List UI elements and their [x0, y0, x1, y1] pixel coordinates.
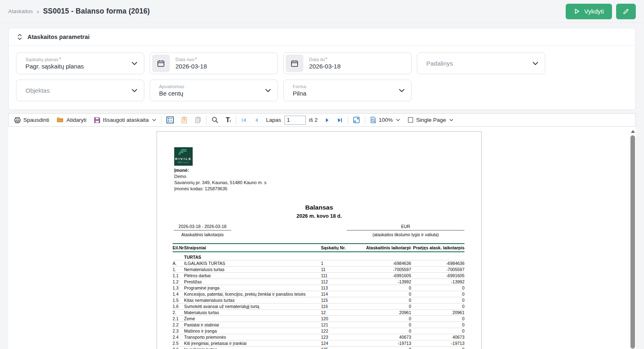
- zoom-control[interactable]: 100%: [366, 114, 404, 126]
- forma-select[interactable]: Forma Pilna: [283, 80, 412, 101]
- table-cell-nr: 1.3: [173, 285, 184, 290]
- parameters-panel-icon: [166, 116, 174, 123]
- table-cell-previous: 0: [411, 285, 464, 290]
- toolbar-separator: [206, 116, 207, 125]
- chevron-down-icon: [532, 62, 538, 65]
- company-address: Savanorių pr. 349, Kaunas, 51480 Kauno m…: [174, 180, 266, 186]
- toggle-parameters-panel-button[interactable]: [163, 114, 177, 126]
- data-nuo-label: Data nuo*: [175, 57, 207, 62]
- table-cell-previous: -7005597: [411, 267, 464, 272]
- open-label: Atidaryti: [66, 117, 86, 123]
- save-report-label: Išsaugoti ataskaita: [103, 117, 149, 123]
- column-header: Ataskaitinis laikotarpis: [366, 245, 411, 250]
- report-period-label: Ataskaitinis laikotarpis: [174, 230, 231, 237]
- viewer-scrollbar[interactable]: [630, 128, 635, 349]
- table-cell-nr: 1.4: [173, 292, 184, 297]
- calendar-icon[interactable]: [286, 55, 303, 72]
- table-cell-nr: A.: [173, 261, 184, 266]
- table-cell-previous: -6984636: [411, 261, 464, 266]
- table-row: 1.6Sumokėti avansai už nematerialųjį tur…: [173, 303, 464, 310]
- table-cell-name: Kitas nematerialusis turtas: [184, 298, 321, 303]
- save-floppy-icon: [94, 117, 100, 123]
- column-header: Sąskaitų Nr.: [321, 245, 366, 250]
- fullscreen-button[interactable]: [349, 114, 364, 126]
- table-cell-current: 40673: [366, 335, 411, 340]
- copy-pages-button[interactable]: [191, 114, 205, 126]
- table-cell-previous: 0: [411, 298, 464, 303]
- scrollbar-thumb[interactable]: [630, 135, 635, 349]
- zoom-value: 100%: [379, 117, 393, 123]
- search-button[interactable]: [208, 114, 222, 126]
- calendar-icon[interactable]: [152, 55, 170, 72]
- balance-table-header: Eil.Nr.StraipsniaiSąskaitų Nr.Ataskaitin…: [173, 243, 464, 252]
- view-mode-control[interactable]: Single Page: [404, 114, 457, 126]
- table-row: 2.1Žemė12000: [173, 316, 464, 322]
- editing-fields-button[interactable]: TI: [222, 114, 234, 126]
- table-cell-previous: 0: [411, 304, 464, 309]
- print-label: Spausdinti: [23, 117, 49, 123]
- table-cell-nr: 1.2: [173, 279, 184, 284]
- open-button[interactable]: Atidaryti: [53, 114, 90, 126]
- table-cell-current: 0: [366, 285, 411, 290]
- folder-icon: [57, 117, 64, 123]
- page-number-input[interactable]: [284, 116, 306, 125]
- chevron-down-icon: [132, 89, 137, 92]
- saskaitu-planas-select[interactable]: Sąskaitų planas* Pagr. sąskaitų planas: [16, 52, 144, 74]
- table-row: 2.Materialusis turtas122096120961: [173, 310, 464, 316]
- objektas-select[interactable]: Objektas: [16, 80, 144, 101]
- data-iki-label: Data iki*: [309, 57, 341, 62]
- table-cell-previous: 0: [411, 292, 464, 297]
- company-info: Įmonė: Demo Savanorių pr. 349, Kaunas, 5…: [174, 167, 266, 192]
- toolbar-separator: [161, 116, 162, 125]
- fullscreen-icon: [353, 116, 360, 123]
- forma-label: Forma: [293, 84, 306, 89]
- run-report-button[interactable]: Vykdyti: [566, 4, 612, 19]
- table-cell-name: Plėtros darbai: [184, 273, 321, 278]
- table-cell-previous: 20961: [411, 310, 464, 315]
- breadcrumb-ataskaitos[interactable]: Ataskaitos: [8, 8, 33, 14]
- previous-page-button[interactable]: [250, 114, 262, 126]
- table-row: A.ILGALAIKIS TURTAS1-6984636-6984636: [173, 260, 464, 267]
- data-nuo-datepicker[interactable]: Data nuo* 2026-03-18: [150, 52, 278, 74]
- apvalinimas-label: Apvalinimas: [159, 84, 184, 89]
- table-cell-nr: 1.6: [173, 304, 184, 309]
- table-cell-previous: -13992: [411, 279, 464, 284]
- previous-page-icon: [254, 117, 259, 123]
- table-cell-current: -7005597: [366, 267, 411, 272]
- first-page-button[interactable]: [237, 114, 250, 126]
- paste-clipboard-button[interactable]: ?: [177, 114, 191, 126]
- company-logo: RIVILE ERP demo: [174, 147, 193, 166]
- table-cell-name: Mašinos ir įranga: [184, 328, 321, 333]
- padalinys-label: Padalinys: [417, 60, 453, 67]
- data-iki-datepicker[interactable]: Data iki* 2026-03-18: [283, 52, 412, 74]
- table-cell-account: 121: [321, 322, 366, 327]
- edit-report-button[interactable]: [616, 4, 636, 19]
- table-cell-current: -6984636: [366, 261, 411, 266]
- table-cell-previous: 0: [411, 322, 464, 327]
- scroll-up-arrow-icon[interactable]: [631, 130, 635, 133]
- table-cell-account: 120: [321, 316, 366, 321]
- collapse-expand-icon[interactable]: [17, 34, 22, 40]
- print-button[interactable]: Spausdinti: [10, 114, 53, 126]
- clipboard-question-mark: ?: [181, 118, 187, 122]
- parameters-title: Ataskaitos parametrai: [27, 34, 90, 40]
- report-period-value: 2026-03-18 - 2026-03-18: [174, 224, 231, 230]
- save-report-button[interactable]: Išsaugoti ataskaita: [90, 114, 160, 126]
- table-row: 2.6Investicinis turtas12500: [173, 347, 464, 349]
- printer-icon: [14, 117, 21, 123]
- company-name: Demo: [174, 173, 266, 180]
- apvalinimas-select[interactable]: Apvalinimas Be centų: [150, 80, 278, 101]
- table-cell-account: 12: [321, 310, 366, 315]
- next-page-button[interactable]: [321, 114, 333, 126]
- table-cell-name: Investicinis turtas: [184, 347, 321, 349]
- report-currency-value: EUR: [347, 224, 464, 230]
- last-page-button[interactable]: [333, 114, 346, 126]
- view-mode-label: Single Page: [416, 117, 446, 123]
- report-viewer: RIVILE ERP demo Įmonė: Demo Savanorių pr…: [8, 127, 636, 349]
- parameters-card-header[interactable]: Ataskaitos parametrai: [9, 28, 635, 46]
- table-cell-account: 114: [321, 292, 366, 297]
- run-report-label: Vykdyti: [584, 8, 604, 15]
- table-cell-previous: -19713: [411, 341, 464, 346]
- padalinys-select[interactable]: Padalinys: [417, 52, 545, 74]
- column-header: Straipsniai: [184, 245, 321, 250]
